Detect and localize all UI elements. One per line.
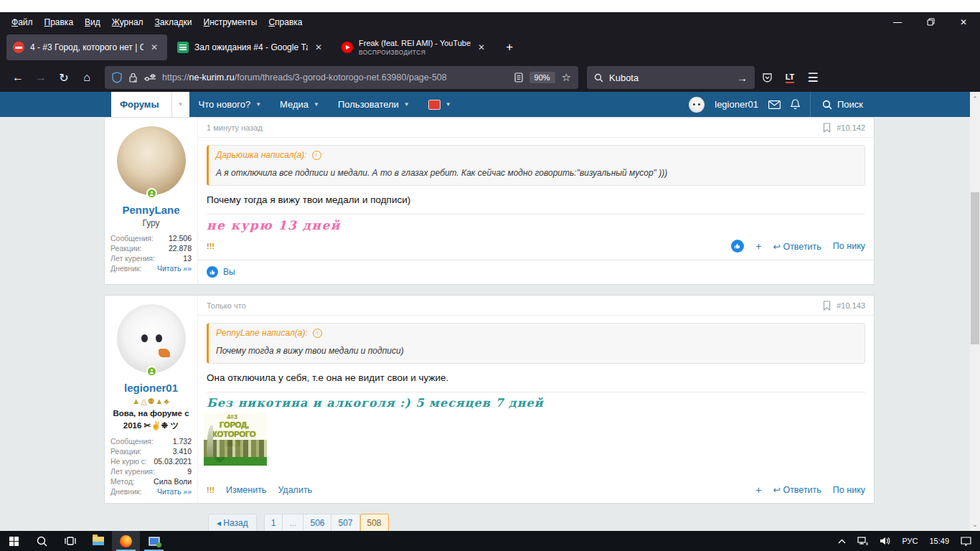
post-number-link[interactable]: #10.143	[837, 301, 865, 310]
search-bar[interactable]: →	[587, 66, 755, 89]
chevron-down-icon[interactable]: ▼	[171, 92, 189, 117]
windows-logo-icon	[9, 537, 19, 546]
nav-extra[interactable]: ▼	[419, 92, 461, 117]
tab-google-sheets[interactable]: Зал ожидания #4 - Google Таб ✕	[171, 34, 331, 60]
task-view-button[interactable]	[56, 531, 84, 551]
liked-by-link[interactable]: Вы	[223, 267, 235, 277]
post-timestamp[interactable]: Только что	[207, 301, 246, 310]
reload-button[interactable]: ↻	[53, 67, 75, 88]
menu-view[interactable]: Вид	[79, 14, 106, 30]
taskbar-search-button[interactable]	[28, 531, 56, 551]
quote-jump-icon[interactable]: ↑	[313, 329, 322, 338]
menu-bookmarks[interactable]: Закладки	[149, 14, 198, 30]
delete-link[interactable]: Удалить	[278, 485, 312, 495]
multiquote-button[interactable]: +	[755, 240, 761, 252]
url-text[interactable]: https://ne-kurim.ru/forum/threads/3-goro…	[162, 72, 508, 83]
menu-history[interactable]: Журнал	[106, 14, 149, 30]
diary-read-link[interactable]: Читать »»	[157, 487, 192, 497]
shield-icon[interactable]	[112, 72, 122, 83]
search-go-arrow[interactable]: →	[737, 72, 748, 84]
nav-whats-new[interactable]: Что нового? ▼	[189, 92, 271, 117]
quote-block[interactable]: PennyLane написал(а): ↑ Почему тогда я в…	[207, 323, 865, 364]
page-506-button[interactable]: 506	[303, 514, 331, 532]
lock-icon[interactable]	[128, 72, 138, 83]
signature-text: Без никотина и алкоголя :) 5 месяцев 7 д…	[198, 392, 874, 411]
clock[interactable]: 15:49	[923, 531, 955, 551]
reader-view-icon[interactable]	[514, 72, 523, 83]
username-link[interactable]: PennyLane	[110, 204, 192, 216]
file-explorer-button[interactable]	[84, 531, 112, 551]
alerts-bell-icon[interactable]	[791, 99, 800, 110]
home-button[interactable]: ⌂	[76, 67, 98, 88]
menu-help[interactable]: Справка	[263, 14, 308, 30]
languagetool-icon[interactable]: LT	[779, 67, 801, 88]
reply-link[interactable]: ↩ Ответить	[773, 484, 821, 495]
by-nick-link[interactable]: По нику	[833, 485, 865, 495]
app-menu-button[interactable]: ☰	[802, 67, 824, 88]
username-link[interactable]: legioner01	[110, 382, 192, 394]
search-input[interactable]	[609, 72, 702, 83]
edit-link[interactable]: Изменить	[226, 485, 266, 495]
page-507-button[interactable]: 507	[331, 514, 359, 532]
zoom-level-badge[interactable]: 90%	[529, 72, 555, 83]
bookmark-icon[interactable]	[823, 301, 831, 311]
scrollbar-thumb[interactable]	[971, 192, 979, 344]
signature-image-city[interactable]: 4#3 ГОРОД, КОТОРОГО НЕТ	[204, 413, 267, 466]
address-bar[interactable]: https://ne-kurim.ru/forum/threads/3-goro…	[105, 66, 578, 89]
permissions-icon[interactable]	[144, 74, 156, 81]
volume-icon[interactable]	[874, 531, 896, 551]
firefox-taskbar-button[interactable]	[112, 531, 140, 551]
pagination-back-button[interactable]: ◂ Назад	[208, 514, 257, 532]
nav-media[interactable]: Медиа ▼	[270, 92, 329, 117]
page-scrollbar[interactable]: ⌃ ⌄	[970, 92, 980, 531]
page-508-current[interactable]: 508	[360, 514, 389, 532]
minimize-button[interactable]: —	[881, 12, 914, 32]
remote-desktop-button[interactable]	[140, 531, 168, 551]
tab-close-icon[interactable]: ✕	[475, 41, 488, 54]
close-button[interactable]: ✕	[947, 12, 980, 32]
quote-block[interactable]: Дарьюшка написал(а): ↑ А я отключила все…	[207, 145, 865, 186]
reply-link[interactable]: ↩ Ответить	[773, 241, 821, 252]
bookmark-icon[interactable]	[823, 123, 831, 133]
tab-close-icon[interactable]: ✕	[312, 41, 325, 54]
pocket-icon[interactable]	[756, 67, 778, 88]
bookmark-star-icon[interactable]: ☆	[562, 71, 571, 84]
quote-jump-icon[interactable]: ↑	[312, 151, 321, 160]
menu-file[interactable]: Файл	[6, 14, 39, 30]
forward-button[interactable]: →	[30, 67, 52, 88]
hidden-icons-chevron[interactable]	[832, 531, 852, 551]
action-center-icon[interactable]	[955, 531, 980, 551]
report-link[interactable]: !!!	[207, 486, 215, 494]
language-indicator[interactable]: РУС	[896, 531, 923, 551]
multiquote-button[interactable]: +	[755, 484, 761, 496]
scroll-down-icon[interactable]: ⌄	[970, 519, 980, 529]
nav-forums[interactable]: Форумы ▼	[111, 92, 189, 117]
diary-read-link[interactable]: Читать »»	[157, 264, 192, 274]
restore-button[interactable]	[914, 12, 947, 32]
tab-forum-thread[interactable]: 4 - #3 Город, которого нет | Ст ✕	[6, 34, 167, 60]
scroll-up-icon[interactable]: ⌃	[970, 93, 980, 104]
like-button[interactable]	[731, 240, 744, 253]
menu-tools[interactable]: Инструменты	[198, 14, 263, 30]
tab-youtube[interactable]: Freak (feat. REI AMI) - YouTube ВОСПРОИЗ…	[335, 34, 494, 60]
quote-author[interactable]: PennyLane написал(а):	[216, 328, 308, 338]
by-nick-link[interactable]: По нику	[833, 241, 865, 251]
messages-icon[interactable]	[768, 100, 781, 109]
page-1-button[interactable]: 1	[264, 514, 283, 532]
menu-edit[interactable]: Правка	[39, 14, 80, 30]
network-icon[interactable]	[852, 531, 874, 551]
post-timestamp[interactable]: 1 минуту назад	[207, 123, 263, 132]
avatar[interactable]	[117, 126, 186, 195]
logged-in-username[interactable]: legioner01	[715, 99, 758, 110]
report-link[interactable]: !!!	[207, 242, 215, 250]
back-button[interactable]: ←	[7, 67, 29, 88]
nav-users[interactable]: Пользователи ▼	[329, 92, 419, 117]
user-avatar[interactable]	[689, 97, 705, 113]
new-tab-button[interactable]: +	[497, 35, 522, 60]
avatar[interactable]	[117, 304, 186, 373]
tab-close-icon[interactable]: ✕	[148, 41, 161, 54]
post-number-link[interactable]: #10.142	[837, 123, 865, 132]
forum-search-button[interactable]: Поиск	[810, 92, 863, 117]
start-button[interactable]	[0, 531, 28, 551]
quote-author[interactable]: Дарьюшка написал(а):	[216, 150, 307, 160]
